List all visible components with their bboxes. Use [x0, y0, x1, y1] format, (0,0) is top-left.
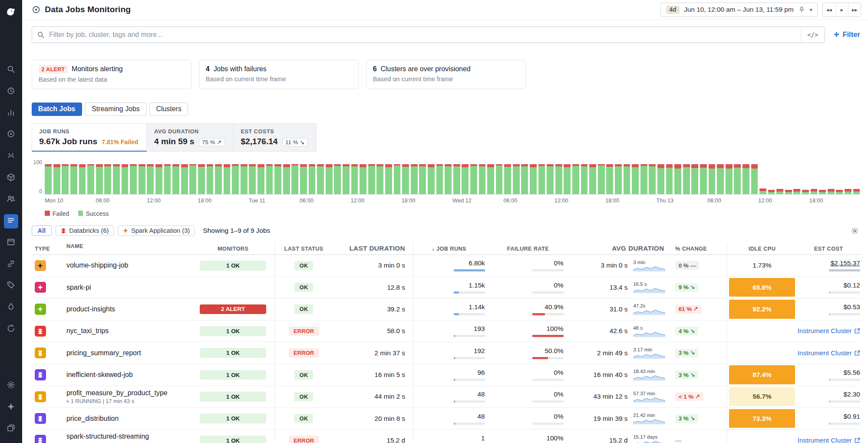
sidebar-item-watchdog[interactable] — [4, 149, 18, 164]
legend-item-failed[interactable]: Failed — [45, 210, 69, 217]
success-segment — [555, 166, 562, 195]
sidebar-item-monitors[interactable] — [4, 128, 18, 142]
table-row[interactable]: price_distribution1 OKOK20 min 8 s480%19… — [32, 408, 861, 430]
column-header-idle-cpu[interactable]: IDLE CPU — [727, 243, 797, 255]
job-name-link[interactable]: nyc_taxi_trips — [66, 327, 109, 335]
sidebar-item-data-jobs[interactable] — [4, 214, 18, 228]
monitor-status-badge[interactable]: 1 OK — [200, 261, 266, 271]
success-segment — [632, 167, 639, 195]
chart-bar — [453, 164, 460, 195]
monitor-status-badge[interactable]: 1 OK — [200, 392, 266, 402]
chevron-down-icon[interactable]: ▾ — [809, 7, 812, 13]
tab-batch-jobs[interactable]: Batch Jobs — [32, 102, 82, 116]
idle-cpu-heat-cell: 73.3% — [729, 409, 795, 428]
sidebar-item-history[interactable] — [4, 85, 18, 99]
monitor-status-badge[interactable]: 1 OK — [200, 348, 266, 358]
filter-chip-all[interactable]: All — [32, 225, 52, 236]
tab-streaming-jobs[interactable]: Streaming Jobs — [85, 102, 146, 116]
metric-card[interactable]: JOB RUNS9.67k Job runs7.81% Failed — [32, 123, 147, 152]
job-name-link[interactable]: inefficient-skewed-job — [66, 371, 133, 379]
time-step-forward-button[interactable]: ▸▸ — [848, 3, 861, 17]
search-input[interactable] — [49, 31, 801, 39]
table-row[interactable]: pricing_summary_report1 OKERROR2 min 37 … — [32, 342, 861, 364]
sidebar-item-organization[interactable] — [4, 193, 18, 207]
x-tick-label: Tue 11 — [249, 197, 300, 204]
avg-duration-cell: 42.6 s48 s — [571, 321, 668, 342]
chart-bar — [717, 164, 724, 195]
column-header-failure-rate[interactable]: FAILURE RATE — [492, 243, 571, 255]
summary-card[interactable]: 4Jobs with failuresBased on current time… — [199, 60, 359, 89]
chart-bar — [462, 164, 469, 194]
table-row[interactable]: spark-structured-streamingϟ1 RUNNING | 4… — [32, 430, 861, 443]
instrument-cluster-link[interactable]: Instrument Cluster — [798, 436, 860, 443]
summary-card[interactable]: 2 ALERTMonitors alertingBased on the lat… — [32, 60, 191, 89]
column-header-name[interactable]: NAME — [66, 243, 191, 255]
sidebar-item-integrations[interactable] — [4, 171, 18, 185]
datadog-logo-icon[interactable] — [0, 0, 22, 23]
column-header-last-status[interactable]: LAST STATUS — [275, 243, 332, 255]
sidebar-item-assistant[interactable] — [4, 400, 18, 415]
time-range-picker[interactable]: 4d Jun 10, 12:00 am – Jun 13, 11:59 pm ▾ — [660, 3, 818, 17]
add-filter-button[interactable]: + Filter — [834, 30, 860, 40]
metric-card[interactable]: AVG DURATION4 min 59 s75 % ↗ — [147, 123, 233, 152]
time-play-button[interactable]: ▸ — [835, 3, 848, 17]
column-header-avg-duration[interactable]: AVG DURATION — [571, 243, 668, 255]
sidebar-item-settings[interactable] — [4, 379, 18, 393]
monitor-status-badge[interactable]: 1 OK — [200, 436, 266, 443]
success-segment — [147, 166, 154, 195]
name-cell: product-insights — [66, 298, 191, 320]
column-header-est-cost[interactable]: EST COST — [797, 243, 861, 255]
column-header--change[interactable]: % CHANGE — [669, 243, 727, 255]
sidebar-item-metrics[interactable] — [4, 106, 18, 121]
sidebar-item-tags[interactable] — [4, 279, 18, 293]
job-name-link[interactable]: spark-structured-streaming — [66, 433, 149, 440]
sidebar-item-ci-pipelines[interactable] — [4, 322, 18, 337]
sparkline-label: 47.2s — [633, 303, 665, 308]
instrument-cluster-label: Instrument Cluster — [798, 327, 852, 335]
job-name-link[interactable]: spark-pi — [66, 284, 91, 291]
table-row[interactable]: inefficient-skewed-job1 OKOK16 min 5 s96… — [32, 364, 861, 386]
success-segment — [657, 168, 664, 195]
job-name-link[interactable]: pricing_summary_report — [66, 349, 141, 357]
summary-card[interactable]: 6Clusters are over provisionedBased on c… — [366, 60, 526, 89]
legend-item-success[interactable]: Success — [78, 210, 109, 217]
job-name-link[interactable]: price_distribution — [66, 415, 119, 423]
job-runs-cell: 48 — [413, 386, 493, 407]
time-step-back-button[interactable]: ◂◂ — [823, 3, 835, 17]
filter-chip-spark[interactable]: Spark Application (3) — [118, 225, 195, 236]
job-name-link[interactable]: product-insights — [66, 305, 115, 313]
sidebar-item-service-links[interactable] — [4, 258, 18, 272]
metric-card[interactable]: EST COSTS$2,176.1411 % ↘ — [234, 123, 317, 152]
name-cell: nyc_taxi_trips — [66, 321, 191, 342]
tab-clusters[interactable]: Clusters — [149, 102, 188, 116]
failure-rate-value: 40.9% — [545, 303, 563, 311]
job-name-link[interactable]: profit_measure_by_product_type — [66, 389, 168, 397]
column-header-type[interactable]: TYPE — [32, 243, 66, 255]
table-row[interactable]: nyc_taxi_trips1 OKERROR58.0 s193100%42.6… — [32, 321, 861, 342]
sidebar-item-apps[interactable] — [4, 422, 18, 436]
instrument-cluster-link[interactable]: Instrument Cluster — [798, 349, 860, 357]
pin-icon[interactable] — [798, 6, 805, 13]
table-settings-button[interactable] — [851, 227, 859, 235]
filter-chip-databricks[interactable]: Databricks (6) — [56, 225, 114, 236]
table-row[interactable]: product-insights2 ALERTOK39.2 s1.14k40.9… — [32, 298, 861, 320]
sidebar-item-software[interactable] — [4, 236, 18, 250]
app-sidebar — [0, 0, 22, 443]
table-row[interactable]: profit_measure_by_product_typeϟ1 RUNNING… — [32, 386, 861, 408]
sidebar-item-apm[interactable] — [4, 301, 18, 315]
monitor-status-badge[interactable]: 1 OK — [200, 413, 266, 423]
sidebar-item-search[interactable] — [4, 63, 18, 77]
column-header-monitors[interactable]: MONITORS — [191, 243, 275, 255]
monitor-status-badge[interactable]: 1 OK — [200, 326, 266, 336]
instrument-cluster-link[interactable]: Instrument Cluster — [798, 327, 860, 335]
job-name-link[interactable]: volume-shipping-job — [66, 261, 129, 269]
monitor-status-badge[interactable]: 2 ALERT — [200, 304, 266, 314]
monitor-status-badge[interactable]: 1 OK — [200, 370, 266, 380]
table-row[interactable]: volume-shipping-job1 OKOK3 min 0 s6.80k0… — [32, 255, 861, 277]
column-header-job-runs[interactable]: ↓JOB RUNS — [413, 243, 493, 255]
query-syntax-button[interactable]: </> — [801, 27, 824, 43]
success-segment — [513, 166, 520, 195]
table-row[interactable]: spark-piOK12.8 s1.15k0%13.4 s16.5 s9 % ↘… — [32, 277, 861, 298]
column-header-last-duration[interactable]: LAST DURATION — [332, 243, 413, 255]
est-cost-value[interactable]: $2,155.37 — [831, 259, 860, 267]
